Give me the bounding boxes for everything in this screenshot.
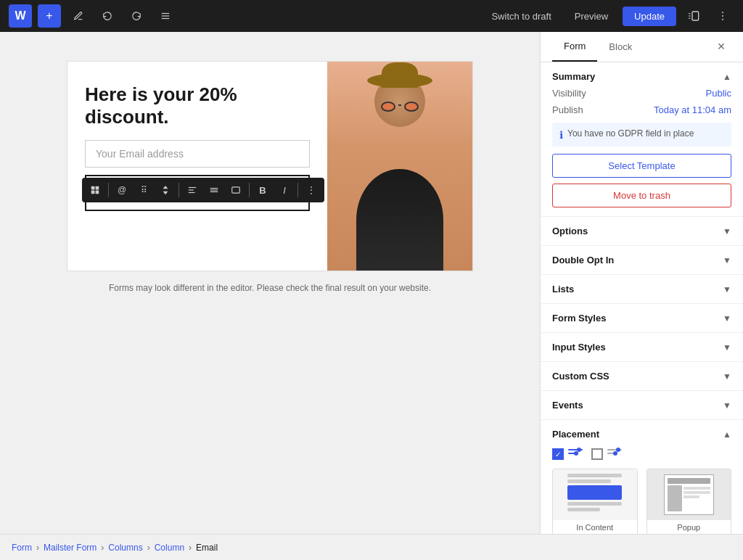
svg-rect-10 (96, 191, 99, 194)
inline-toolbar: @ ⠿ B I ⋮ (82, 178, 324, 202)
popup-img (668, 485, 683, 511)
update-button[interactable]: Update (623, 7, 676, 26)
preview-button[interactable]: Preview (566, 7, 617, 26)
breadcrumb-sep-1: › (36, 543, 39, 553)
events-row[interactable]: Events ▼ (541, 391, 743, 420)
ic-line-1 (567, 474, 622, 477)
wp-logo: W (9, 4, 32, 28)
ic-line-2 (567, 479, 611, 483)
sunglasses (381, 102, 419, 112)
input-styles-chevron-icon: ▼ (723, 342, 731, 353)
tab-form[interactable]: Form (552, 32, 597, 62)
lists-chevron-icon: ▼ (723, 284, 731, 295)
input-styles-label: Input Styles (552, 342, 606, 353)
double-opt-in-chevron-icon: ▼ (723, 255, 731, 265)
svg-point-6 (722, 19, 723, 20)
options-row[interactable]: Options ▼ (541, 217, 743, 246)
options-chevron-icon: ▼ (723, 226, 731, 236)
add-block-button[interactable]: + (38, 4, 61, 28)
panel-header: Form Block × (541, 32, 743, 62)
form-left: Here is your 20% discount. Your Email ad… (67, 62, 327, 271)
pen-tool-button[interactable] (67, 4, 90, 28)
lists-row[interactable]: Lists ▼ (541, 275, 743, 304)
popup-header-bar (668, 478, 710, 484)
svg-rect-14 (232, 187, 240, 193)
toolbar-left: W + (9, 4, 177, 28)
svg-rect-7 (91, 186, 95, 190)
custom-css-row[interactable]: Custom CSS ▼ (541, 362, 743, 391)
breadcrumb-form[interactable]: Form (12, 543, 32, 553)
popup-card[interactable]: Popup (646, 469, 732, 534)
in-content-thumb (553, 469, 637, 520)
breadcrumb-sep-2: › (101, 543, 104, 553)
ic-line-3 (567, 502, 622, 506)
move-to-trash-button[interactable]: Move to trash (552, 184, 731, 207)
input-styles-row[interactable]: Input Styles ▼ (541, 333, 743, 362)
popup-checkbox[interactable] (591, 448, 603, 460)
form-styles-chevron-icon: ▼ (723, 313, 731, 324)
italic-button[interactable]: I (274, 180, 295, 200)
switch-draft-button[interactable]: Switch to draft (483, 7, 559, 26)
block-type-button[interactable] (85, 180, 105, 200)
breadcrumb-mailster-form[interactable]: Mailster Form (44, 543, 97, 553)
placement-cards: In Content (552, 469, 731, 534)
more-options-button[interactable] (711, 4, 734, 28)
in-content-card[interactable]: In Content (552, 469, 638, 534)
visibility-row: Visibility Public (552, 88, 731, 99)
popup-sliders[interactable] (607, 449, 622, 459)
form-preview: @ ⠿ B I ⋮ (67, 61, 473, 271)
svg-rect-9 (91, 191, 95, 194)
glasses-bridge (398, 104, 401, 106)
breadcrumb-column[interactable]: Column (155, 543, 184, 553)
more-button[interactable]: ⋮ (301, 180, 321, 200)
select-template-button[interactable]: Select Template (552, 154, 731, 178)
popup-slider-line-1 (607, 449, 622, 450)
popup-content (684, 485, 710, 511)
svg-point-5 (722, 15, 723, 17)
summary-header[interactable]: Summary ▲ (552, 71, 731, 82)
in-content-checkbox[interactable]: ✓ (552, 448, 564, 460)
checkmark-icon: ✓ (555, 450, 561, 458)
bold-button[interactable]: B (253, 180, 273, 200)
visibility-value[interactable]: Public (706, 88, 731, 99)
right-lens (404, 102, 419, 112)
tab-block[interactable]: Block (597, 32, 644, 62)
ic-block (567, 485, 622, 500)
breadcrumb: Form › Mailster Form › Columns › Column … (0, 534, 743, 560)
editor-notice: Forms may look different in the editor. … (109, 283, 431, 293)
toolbar-divider (108, 183, 109, 197)
view-toggle-button[interactable] (682, 4, 705, 28)
publish-label: Publish (552, 104, 583, 115)
popup-body (668, 485, 710, 511)
undo-button[interactable] (96, 4, 119, 28)
editor-area: @ ⠿ B I ⋮ (0, 32, 540, 534)
options-label: Options (552, 226, 588, 236)
toolbar-divider4 (297, 183, 298, 197)
inline-button[interactable] (226, 180, 246, 200)
panel-tabs: Form Block (552, 32, 644, 62)
redo-button[interactable] (125, 4, 148, 28)
breadcrumb-columns[interactable]: Columns (108, 543, 142, 553)
list-view-button[interactable] (154, 4, 177, 28)
width-button[interactable] (204, 180, 224, 200)
drag-button[interactable]: ⠿ (134, 180, 154, 200)
form-headline: Here is your 20% discount. (85, 83, 310, 128)
placement-title: Placement (552, 429, 599, 440)
align-left-button[interactable] (182, 180, 202, 200)
toolbar-divider2 (178, 183, 179, 197)
move-up-down-button[interactable] (155, 180, 176, 200)
double-opt-in-row[interactable]: Double Opt In ▼ (541, 246, 743, 275)
popup-line-1 (684, 487, 710, 490)
in-content-sliders[interactable] (568, 449, 583, 459)
form-image (327, 62, 472, 271)
in-content-option: ✓ (552, 448, 583, 460)
breadcrumb-sep-4: › (189, 543, 192, 553)
email-input-preview[interactable]: Your Email address (85, 140, 310, 168)
slider-line-1 (568, 449, 583, 450)
panel-close-button[interactable]: × (711, 37, 731, 57)
form-styles-row[interactable]: Form Styles ▼ (541, 304, 743, 333)
at-icon-button[interactable]: @ (112, 180, 132, 200)
publish-value[interactable]: Today at 11:04 am (654, 104, 731, 115)
info-icon: ℹ (559, 129, 563, 141)
placement-header[interactable]: Placement ▲ (552, 429, 731, 440)
